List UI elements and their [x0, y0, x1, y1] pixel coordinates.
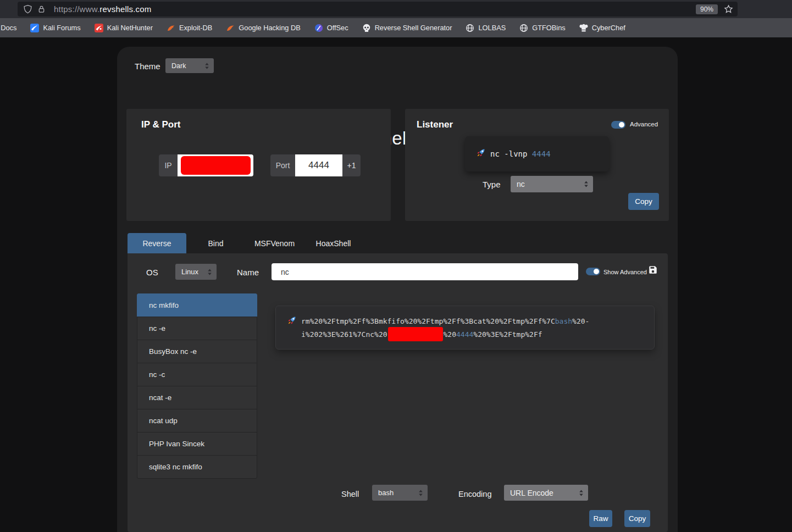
bookmark-star-icon[interactable] [724, 4, 733, 14]
port-increment-button[interactable]: +1 [342, 154, 361, 176]
listener-copy-button[interactable]: Copy [628, 193, 659, 210]
listener-type-label: Type [483, 180, 501, 189]
payload-text: rm%20%2Ftmp%2Ff%3Bmkfifo%20%2Ftmp%2Ff%3B… [301, 316, 641, 341]
bookmark-offsec[interactable]: OffSec [314, 24, 348, 32]
rocket-icon [477, 148, 485, 159]
tab-hoaxshell[interactable]: HoaxShell [304, 233, 363, 253]
payload-copy-button[interactable]: Copy [624, 510, 650, 527]
select-arrows-icon [579, 489, 584, 497]
bookmark-reverse-shell-generator[interactable]: Reverse Shell Generator [362, 24, 452, 32]
bookmark-label: Google Hacking DB [239, 24, 300, 32]
shell-option-ncat-udp[interactable]: ncat udp [137, 409, 257, 433]
encoding-select-value: URL Encode [510, 489, 553, 497]
payload-box[interactable]: rm%20%2Ftmp%2Ff%3Bmkfifo%20%2Ftmp%2Ff%3B… [275, 306, 655, 350]
shell-option-sqlite3-nc-mkfifo[interactable]: sqlite3 nc mkfifo [137, 455, 257, 479]
os-label: OS [146, 268, 158, 277]
bookmark-label: OffSec [327, 24, 348, 32]
bookmark-label: Reverse Shell Generator [375, 24, 452, 32]
shell-option-php-ivan-sincek[interactable]: PHP Ivan Sincek [137, 432, 257, 456]
ip-label: IP [159, 154, 178, 176]
url-bar[interactable]: https://www.revshells.com 90% [18, 2, 738, 16]
zoom-level-badge[interactable]: 90% [696, 4, 718, 14]
shell-type-list: nc mkfifo nc -e BusyBox nc -e nc -c ncat… [137, 293, 257, 479]
ip-input[interactable] [178, 154, 253, 176]
ip-redaction-overlay [181, 156, 251, 175]
bookmark-gtfobins[interactable]: GTFOBins [519, 24, 565, 32]
select-arrows-icon [207, 268, 212, 276]
port-input[interactable] [295, 154, 342, 176]
select-arrows-icon [418, 489, 423, 497]
bookmark-label: GTFOBins [532, 24, 565, 32]
shell-select[interactable]: bash [372, 485, 428, 501]
offsec-icon [314, 24, 323, 32]
exploit-db-icon [167, 24, 175, 32]
select-arrows-icon [204, 62, 209, 70]
url-text: https://www.revshells.com [54, 4, 152, 14]
shell-label: Shell [341, 490, 359, 498]
shell-option-nc-e[interactable]: nc -e [137, 317, 257, 340]
listener-type-value: nc [517, 180, 525, 189]
payload-ip-redaction-overlay [388, 327, 443, 341]
listener-command-box[interactable]: nc -lvnp 4444 [465, 136, 609, 171]
bookmark-label: Kali Forums [43, 24, 80, 32]
save-icon[interactable] [648, 265, 658, 275]
bookmark-label: Kali NetHunter [107, 24, 153, 32]
globe-icon [519, 24, 528, 32]
listener-heading: Listener [417, 119, 453, 130]
listener-type-select[interactable]: nc [511, 176, 593, 192]
os-select[interactable]: Linux [175, 264, 217, 280]
page-background: Theme Dark Reverse Shell Generator IP & … [0, 37, 792, 532]
raw-button[interactable]: Raw [589, 510, 612, 527]
skull-icon [362, 24, 371, 32]
lock-icon[interactable] [37, 5, 46, 13]
bookmark-google-hacking-db[interactable]: Google Hacking DB [226, 24, 300, 32]
encoding-select[interactable]: URL Encode [504, 485, 588, 501]
advanced-toggle[interactable] [611, 121, 625, 129]
globe-icon [466, 24, 474, 32]
shell-option-nc-c[interactable]: nc -c [137, 363, 257, 386]
bookmark-label: Exploit-DB [179, 24, 212, 32]
rocket-icon [287, 316, 296, 327]
shell-select-value: bash [378, 489, 394, 497]
reverse-tab-panel: OS Linux Name Show Advanced nc mkfifo nc… [128, 253, 668, 532]
bookmark-kali-nethunter[interactable]: Kali NetHunter [95, 24, 153, 32]
bookmark-kali-forums[interactable]: Kali Forums [30, 24, 80, 32]
ip-port-panel: IP & Port IP Port +1 [126, 109, 391, 221]
tab-bar: Reverse Bind MSFVenom HoaxShell [128, 233, 363, 253]
port-label: Port [270, 154, 295, 176]
tab-reverse[interactable]: Reverse [128, 233, 186, 253]
ip-port-heading: IP & Port [141, 119, 180, 130]
shield-icon[interactable] [23, 4, 32, 14]
tab-msfvenom[interactable]: MSFVenom [245, 233, 304, 253]
tab-bind[interactable]: Bind [186, 233, 245, 253]
bookmark-label: LOLBAS [478, 24, 506, 32]
shell-option-ncat-e[interactable]: ncat -e [137, 386, 257, 409]
shell-option-nc-mkfifo[interactable]: nc mkfifo [137, 293, 257, 317]
theme-label: Theme [135, 62, 160, 71]
select-arrows-icon [584, 180, 589, 188]
os-select-value: Linux [181, 268, 198, 276]
main-container: Theme Dark Reverse Shell Generator IP & … [117, 47, 678, 532]
theme-select-value: Dark [171, 62, 186, 70]
kali-nethunter-icon [95, 24, 103, 32]
advanced-label: Advanced [630, 121, 658, 128]
bookmark-label: CyberChef [592, 24, 625, 32]
bookmark-exploit-db[interactable]: Exploit-DB [167, 24, 212, 32]
chef-hat-icon [579, 24, 588, 32]
name-label: Name [237, 268, 259, 277]
browser-toolbar: https://www.revshells.com 90% [0, 0, 792, 18]
google-hacking-db-icon [226, 24, 235, 32]
show-advanced-toggle[interactable] [586, 268, 600, 275]
port-group: Port +1 [270, 154, 361, 176]
ip-group: IP [159, 154, 253, 176]
bookmark-lolbas[interactable]: LOLBAS [466, 24, 506, 32]
listener-command: nc -lvnp 4444 [490, 149, 551, 158]
theme-select[interactable]: Dark [165, 58, 214, 73]
encoding-label: Encoding [458, 490, 491, 498]
bookmark-cyberchef[interactable]: CyberChef [579, 24, 625, 32]
bookmarks-bar: li Docs Kali Forums Kali NetHunter Explo… [0, 18, 792, 37]
shell-option-busybox-nc-e[interactable]: BusyBox nc -e [137, 340, 257, 363]
name-input[interactable] [272, 263, 578, 280]
bookmark-label: li Docs [0, 24, 16, 32]
bookmark-docs[interactable]: li Docs [0, 24, 16, 32]
